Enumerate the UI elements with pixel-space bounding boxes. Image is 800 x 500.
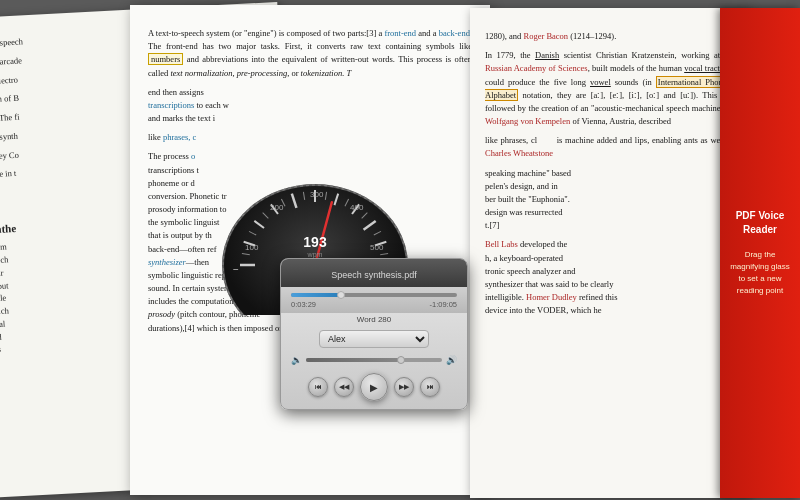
progress-thumb[interactable]: [337, 291, 345, 299]
homer-dudley-link[interactable]: Homer Dudley: [526, 292, 577, 302]
synthesizer-link[interactable]: synthesizer: [148, 257, 186, 267]
progress-times: 0:03:29 -1:09:05: [291, 300, 457, 309]
word-label: Word 280: [281, 313, 467, 326]
voice-select[interactable]: Alex Samantha Victoria: [319, 330, 429, 348]
player-voice-row: Alex Samantha Victoria: [281, 326, 467, 352]
svg-text:193: 193: [303, 234, 327, 250]
svg-text:100: 100: [245, 243, 259, 252]
volume-thumb[interactable]: [397, 356, 405, 364]
page-right: 1280), and Roger Bacon (1214–1294). In 1…: [470, 8, 750, 498]
numbers-highlight: numbers: [148, 53, 183, 65]
page-right-text: 1280), and Roger Bacon (1214–1294). In 1…: [485, 30, 735, 317]
svg-text:200: 200: [270, 203, 284, 212]
wolfgang-link[interactable]: Wolfgang von Kempelen: [485, 116, 570, 126]
volume-icon: 🔈: [291, 355, 302, 365]
vocal-tract-text: vocal tract: [684, 63, 720, 73]
player-panel: Speech synthesis.pdf 0:03:29 -1:09:05 Wo…: [280, 258, 468, 410]
transcriptions-link[interactable]: transcriptions: [148, 100, 194, 110]
progress-bar-container[interactable]: [291, 293, 457, 297]
phrases-link[interactable]: phrases, c: [163, 132, 197, 142]
skip-forward-button[interactable]: ⏭: [420, 377, 440, 397]
player-progress-area[interactable]: 0:03:29 -1:09:05: [281, 287, 467, 313]
russian-academy-link[interactable]: Russian Academy of Sciences: [485, 63, 588, 73]
book-subtitle: Drag the magnifying glass to set a new r…: [730, 249, 790, 297]
time-current: 0:03:29: [291, 300, 316, 309]
svg-text:−: −: [233, 264, 239, 275]
skip-back-button[interactable]: ⏮: [308, 377, 328, 397]
pdf-voice-reader-book: PDF Voice Reader Drag the magnifying gla…: [720, 8, 800, 498]
process-link[interactable]: o: [191, 151, 195, 161]
player-title: Speech synthesis.pdf: [331, 270, 417, 280]
front-end-link[interactable]: front-end: [384, 28, 416, 38]
play-button[interactable]: ▶: [360, 373, 388, 401]
back-end-link[interactable]: back-end: [439, 28, 470, 38]
player-title-bar: Speech synthesis.pdf: [281, 259, 467, 287]
time-remaining: -1:09:05: [429, 300, 457, 309]
danish-text: Danish: [535, 50, 559, 60]
progress-bar-fill: [291, 293, 341, 297]
volume-high-icon: 🔊: [446, 355, 457, 365]
svg-text:400: 400: [350, 203, 364, 212]
player-volume-row: 🔈 🔊: [281, 352, 467, 368]
roger-bacon-link[interactable]: Roger Bacon: [523, 31, 568, 41]
forward-button[interactable]: ▶▶: [394, 377, 414, 397]
volume-slider[interactable]: [306, 358, 442, 362]
rewind-button[interactable]: ◀◀: [334, 377, 354, 397]
player-controls-row: ⏮ ◀◀ ▶ ▶▶ ⏭: [281, 368, 467, 409]
volume-slider-fill: [306, 358, 401, 362]
vowel-text: vowel: [590, 77, 611, 87]
bell-labs-link[interactable]: Bell Labs: [485, 239, 518, 249]
wheatstone-link[interactable]: Charles Wheatstone: [485, 148, 553, 158]
svg-text:500: 500: [370, 243, 384, 252]
svg-text:300: 300: [310, 190, 324, 199]
book-title: PDF Voice Reader: [730, 209, 790, 237]
